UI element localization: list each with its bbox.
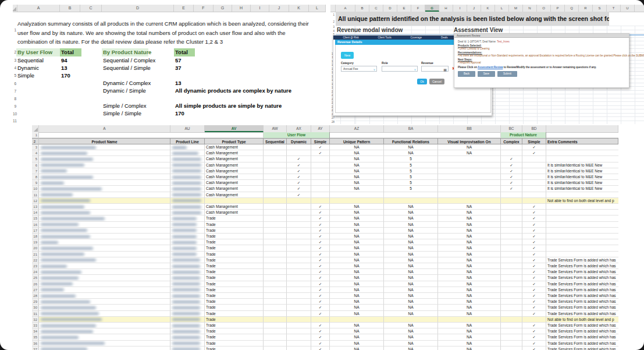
column-letter[interactable]: I xyxy=(453,5,467,12)
row-number[interactable]: 6 xyxy=(32,162,39,168)
column-letter[interactable]: L xyxy=(309,5,326,12)
table-row[interactable]: 35Trade✓NANANA✓Trade Services Form is ad… xyxy=(32,334,618,340)
column-letter[interactable]: B xyxy=(60,5,80,12)
column-letter[interactable]: C xyxy=(80,5,102,12)
table-row[interactable]: 24Trade✓NANANA✓Trade Services Form is ad… xyxy=(32,269,618,275)
row-number[interactable]: 34 xyxy=(32,328,39,334)
column-header-visual-improvisation-on[interactable]: Visual Improvisation On xyxy=(438,138,501,144)
row-number[interactable]: 5 xyxy=(32,156,39,162)
table-row[interactable]: 18Trade✓NANANA✓ xyxy=(32,234,618,239)
table-row[interactable]: 34Trade✓NANANA✓Trade Services Form is ad… xyxy=(32,328,618,334)
row-number[interactable]: 29 xyxy=(32,299,39,305)
row-number[interactable]: 36 xyxy=(32,341,39,347)
column-letter[interactable]: AV xyxy=(205,125,264,132)
column-letter[interactable]: BB xyxy=(438,125,501,132)
select-all-corner[interactable] xyxy=(13,5,17,12)
row-number[interactable]: 3 xyxy=(13,56,17,64)
column-letter[interactable]: M xyxy=(509,5,523,12)
column-header-product-type[interactable]: Product Type xyxy=(205,138,264,144)
column-letter[interactable]: AY xyxy=(311,125,330,132)
table-row[interactable]: 9Cash Management✓NA5✓It is similar/ident… xyxy=(32,180,618,186)
column-letter[interactable]: E xyxy=(397,5,411,12)
table-row[interactable]: 32TradeNot able to find on both deal lev… xyxy=(32,317,618,323)
row-number[interactable]: 23 xyxy=(32,263,39,269)
table-row[interactable]: 3Cash Management✓NANANA✓ xyxy=(32,144,618,150)
column-letter[interactable]: BA xyxy=(384,125,438,132)
crm-tab[interactable]: Client Tools xyxy=(378,36,392,39)
column-header-dynamic[interactable]: Dynamic xyxy=(287,138,311,144)
column-header-band[interactable]: ABCDEFGHIJKL xyxy=(13,5,326,12)
row-number[interactable]: 1 xyxy=(13,12,17,48)
table-row[interactable]: 8Cash Management✓NA5✓It is similar/ident… xyxy=(32,174,618,180)
row-number[interactable]: 30 xyxy=(32,305,39,310)
table-row[interactable]: 33Trade✓NANANA✓Trade Services Form is ad… xyxy=(32,323,618,328)
row-number[interactable]: 4 xyxy=(32,150,39,156)
column-letter[interactable]: L xyxy=(495,5,509,12)
column-letter[interactable]: O xyxy=(537,5,551,12)
table-row[interactable]: 7Cash Management✓NA5✓It is similar/ident… xyxy=(32,168,618,174)
role-dropdown[interactable]: ˅ xyxy=(382,66,418,72)
assessment-back-button[interactable]: Back xyxy=(458,71,475,77)
column-letter[interactable]: H xyxy=(232,5,251,12)
select-all-corner[interactable] xyxy=(330,5,336,12)
row-number[interactable]: 32 xyxy=(32,317,39,323)
row-number[interactable]: 7 xyxy=(13,87,17,95)
row-number[interactable]: 20 xyxy=(32,245,39,251)
column-letter[interactable]: S xyxy=(593,5,607,12)
row-number[interactable]: 17 xyxy=(32,228,39,234)
row-number[interactable]: 7 xyxy=(32,168,39,174)
column-letter[interactable]: G xyxy=(425,5,439,12)
table-row[interactable]: 19Trade✓NANANA✓ xyxy=(32,239,618,245)
column-letter[interactable]: J xyxy=(269,5,289,12)
assessment-review-link[interactable]: Assessment Review xyxy=(478,66,503,69)
row-number[interactable]: 12 xyxy=(32,198,39,204)
row-number[interactable]: 35 xyxy=(32,334,39,340)
column-letter[interactable]: AW xyxy=(264,125,287,132)
column-header-functional-relations[interactable]: Functional Relations xyxy=(384,138,438,144)
table-row[interactable]: 14Cash Management✓NANANA✓ xyxy=(32,210,618,215)
row-number[interactable]: 5 xyxy=(13,72,17,79)
column-letter[interactable]: K xyxy=(481,5,495,12)
crm-tab[interactable]: Client @ Risk xyxy=(343,36,358,39)
row-number[interactable]: 33 xyxy=(32,323,39,328)
select-all-corner[interactable] xyxy=(32,125,39,132)
table-row[interactable]: 17Trade✓NANANA✓ xyxy=(32,228,618,234)
column-header-product-line[interactable]: Product Line xyxy=(170,138,205,144)
table-row[interactable]: 29Trade✓NANANA✓Trade Services Form is ad… xyxy=(32,299,618,305)
table-row[interactable]: 5Cash Management✓NA5✓ xyxy=(32,156,618,162)
row-number[interactable]: 24 xyxy=(32,269,39,275)
row-number[interactable]: 11 xyxy=(13,118,17,124)
column-letter[interactable]: AX xyxy=(287,125,311,132)
row-number[interactable]: 15 xyxy=(32,215,39,221)
column-letter[interactable]: P xyxy=(551,5,565,12)
column-letter[interactable]: F xyxy=(194,5,214,12)
row-number[interactable]: 26 xyxy=(32,281,39,287)
column-letter[interactable]: J xyxy=(467,5,481,12)
column-letter[interactable]: BC xyxy=(501,125,522,132)
column-letter[interactable]: E xyxy=(174,5,194,12)
row-number[interactable]: 18 xyxy=(32,234,39,239)
table-row[interactable]: 6Cash Management✓NA5✓It is similar/ident… xyxy=(32,162,618,168)
row-number[interactable]: 9 xyxy=(32,180,39,186)
column-letter[interactable]: U xyxy=(621,5,635,12)
table-row[interactable]: 21Trade✓NANANA✓ xyxy=(32,252,618,257)
table-row[interactable]: 4Cash Management✓NANANA✓ xyxy=(32,150,618,156)
row-number[interactable]: 3 xyxy=(32,144,39,150)
row-number[interactable]: 25 xyxy=(32,275,39,281)
table-row[interactable]: 30Trade✓NANANA✓Trade Services Form is ad… xyxy=(32,305,618,310)
table-row[interactable]: 16Trade✓NANANA✓ xyxy=(32,222,618,228)
row-number[interactable]: 28 xyxy=(32,293,39,299)
row-number[interactable]: 8 xyxy=(32,174,39,180)
column-letter[interactable]: R xyxy=(579,5,593,12)
column-header-complex[interactable]: Complex xyxy=(501,138,522,144)
column-letter[interactable]: K xyxy=(289,5,309,12)
table-row[interactable]: 37Trade✓NANANA✓Trade Services Form is ad… xyxy=(32,347,618,350)
column-header-product-name[interactable]: Product Name xyxy=(39,138,170,144)
row-number[interactable]: 8 xyxy=(13,95,17,102)
row-number[interactable]: 6 xyxy=(13,80,17,87)
column-letter[interactable]: BD xyxy=(522,125,546,132)
column-letter[interactable]: C xyxy=(369,5,383,12)
table-row[interactable]: 22Trade✓NANANA✓Trade Services Form is ad… xyxy=(32,257,618,263)
row-number[interactable]: 1 xyxy=(32,132,39,138)
column-letter[interactable]: H xyxy=(439,5,453,12)
